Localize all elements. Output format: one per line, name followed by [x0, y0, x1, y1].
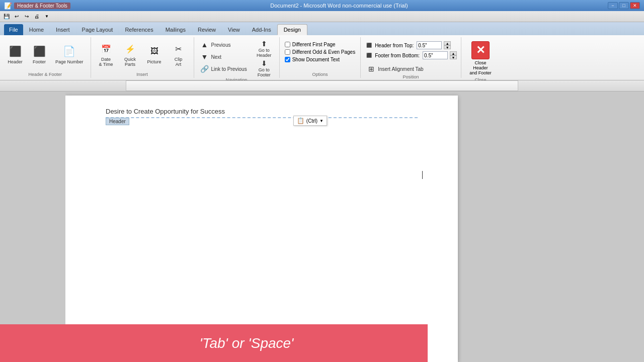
close-header-footer-button[interactable]: ✕ Close Headerand Footer	[465, 39, 496, 77]
tab-addins[interactable]: Add-Ins	[246, 24, 277, 35]
group-nav-content: ▲ Previous ▼ Next 🔗 Link to Previous ⬆ G…	[198, 37, 275, 77]
redo-quick-btn[interactable]: ↪	[22, 12, 31, 21]
group-insert-label: Insert	[136, 72, 148, 78]
clip-art-icon: ✂	[171, 41, 187, 57]
show-document-text-option[interactable]: Show Document Text	[284, 56, 356, 63]
group-options-content: Different First Page Different Odd & Eve…	[284, 37, 356, 72]
maximize-button[interactable]: □	[619, 2, 629, 9]
tab-design[interactable]: Design	[277, 24, 307, 35]
previous-button[interactable]: ▲ Previous	[198, 39, 249, 50]
paste-popup[interactable]: 📋 (Ctrl) ▼	[293, 116, 327, 126]
document-title: Desire to Create Opportunity for Success	[106, 104, 418, 117]
title-bar-left: 📝 Header & Footer Tools	[4, 2, 70, 10]
group-position-label: Position	[403, 74, 419, 80]
print-quick-btn[interactable]: 🖨	[32, 12, 41, 21]
word-icon: 📝	[4, 2, 12, 10]
customize-quick-btn[interactable]: ▼	[42, 12, 51, 21]
tab-insert[interactable]: Insert	[50, 24, 76, 35]
footer-icon: ⬛	[31, 43, 47, 59]
tab-bar: File Home Insert Page Layout References …	[0, 22, 644, 35]
footer-from-bottom-icon: ⬛	[365, 51, 373, 59]
title-bar: 📝 Header & Footer Tools Document2 - Micr…	[0, 0, 644, 11]
quick-access-toolbar: 💾 ↩ ↪ 🖨 ▼	[0, 11, 644, 22]
header-top-up[interactable]: ▲	[444, 41, 451, 45]
group-close: ✕ Close Headerand Footer Close	[461, 37, 500, 78]
paste-label: (Ctrl)	[306, 118, 317, 124]
close-window-button[interactable]: ✕	[630, 2, 640, 9]
header-from-top-input[interactable]	[417, 41, 442, 49]
quick-parts-button[interactable]: ⚡ QuickParts	[119, 39, 141, 68]
group-position-content: ⬛ Header from Top: ▲ ▼ ⬛ Footer from Bot…	[365, 37, 457, 74]
tab-home[interactable]: Home	[23, 24, 50, 35]
footer-button[interactable]: ⬛ Footer	[28, 39, 50, 68]
group-options: Different First Page Different Odd & Eve…	[280, 37, 361, 78]
tab-references[interactable]: References	[119, 24, 159, 35]
go-to-header-button[interactable]: ⬆ Go toHeader	[253, 39, 275, 58]
tools-label: Header & Footer Tools	[14, 3, 70, 9]
header-button[interactable]: ⬛ Header	[4, 39, 26, 68]
header-icon: ⬛	[7, 43, 23, 59]
options-checkboxes: Different First Page Different Odd & Eve…	[284, 39, 356, 63]
footer-bottom-up[interactable]: ▲	[450, 51, 457, 55]
header-top-spinner[interactable]: ▲ ▼	[444, 41, 451, 49]
red-banner: 'Tab' or 'Space'	[65, 324, 428, 362]
left-sidebar	[0, 92, 65, 362]
next-icon: ▼	[200, 52, 209, 61]
header-top-down[interactable]: ▼	[444, 45, 451, 49]
paste-dropdown-icon[interactable]: ▼	[319, 119, 324, 123]
save-quick-btn[interactable]: 💾	[2, 12, 11, 21]
previous-icon: ▲	[200, 40, 209, 49]
go-to-footer-button[interactable]: ⬇ Go toFooter	[253, 59, 275, 77]
ruler	[0, 80, 644, 92]
tab-review[interactable]: Review	[192, 24, 222, 35]
tab-page-layout[interactable]: Page Layout	[76, 24, 119, 35]
different-odd-even-checkbox[interactable]	[285, 49, 290, 55]
document-wrapper: Desire to Create Opportunity for Success…	[65, 92, 644, 362]
undo-quick-btn[interactable]: ↩	[12, 12, 21, 21]
tab-file[interactable]: File	[4, 24, 23, 35]
header-from-top-field: ⬛ Header from Top: ▲ ▼	[365, 41, 457, 49]
close-header-footer-icon: ✕	[471, 41, 490, 59]
text-cursor	[422, 171, 423, 179]
go-footer-icon: ⬇	[256, 59, 272, 67]
alignment-tab-icon: ⊞	[367, 64, 376, 73]
group-options-label: Options	[312, 72, 328, 78]
main-layout: Desire to Create Opportunity for Success…	[0, 92, 644, 362]
date-time-button[interactable]: 📅 Date& Time	[95, 39, 117, 68]
tab-view[interactable]: View	[222, 24, 246, 35]
document-page: Desire to Create Opportunity for Success…	[65, 96, 458, 362]
different-odd-even-option[interactable]: Different Odd & Even Pages	[284, 49, 356, 55]
different-first-page-option[interactable]: Different First Page	[284, 41, 356, 48]
ruler-inner	[126, 80, 518, 91]
different-first-page-checkbox[interactable]	[285, 42, 290, 47]
header-dashed-line: Header	[106, 117, 418, 118]
picture-button[interactable]: 🖼 Picture	[143, 39, 166, 68]
minimize-button[interactable]: −	[608, 2, 618, 9]
paste-icon: 📋	[297, 117, 304, 124]
link-to-previous-button[interactable]: 🔗 Link to Previous	[198, 63, 249, 74]
group-close-content: ✕ Close Headerand Footer	[465, 37, 496, 77]
banner-text: 'Tab' or 'Space'	[200, 335, 294, 351]
tab-mailings[interactable]: Mailings	[159, 24, 192, 35]
group-hf-label: Header & Footer	[28, 72, 62, 78]
footer-bottom-spinner[interactable]: ▲ ▼	[450, 51, 457, 59]
group-header-footer: ⬛ Header ⬛ Footer 📄 Page Number Header &…	[0, 37, 91, 78]
footer-from-bottom-input[interactable]	[423, 51, 448, 59]
header-label: Header	[106, 118, 129, 125]
link-icon: 🔗	[200, 64, 209, 73]
document-body[interactable]	[65, 146, 458, 297]
next-button[interactable]: ▼ Next	[198, 51, 249, 62]
group-position: ⬛ Header from Top: ▲ ▼ ⬛ Footer from Bot…	[361, 37, 461, 78]
picture-icon: 🖼	[146, 43, 163, 59]
group-hf-content: ⬛ Header ⬛ Footer 📄 Page Number	[4, 37, 87, 72]
footer-bottom-down[interactable]: ▼	[450, 55, 457, 59]
header-area[interactable]: Desire to Create Opportunity for Success…	[65, 96, 458, 146]
left-red-background	[0, 324, 65, 362]
insert-alignment-tab-button[interactable]: ⊞ Insert Alignment Tab	[365, 63, 457, 74]
page-number-button[interactable]: 📄 Page Number	[52, 39, 87, 68]
title-bar-center: Document2 - Microsoft Word non-commercia…	[70, 3, 608, 9]
clip-art-button[interactable]: ✂ ClipArt	[168, 39, 190, 68]
show-document-text-checkbox[interactable]	[285, 57, 290, 62]
header-from-top-icon: ⬛	[365, 41, 373, 49]
position-fields: ⬛ Header from Top: ▲ ▼ ⬛ Footer from Bot…	[365, 39, 457, 74]
